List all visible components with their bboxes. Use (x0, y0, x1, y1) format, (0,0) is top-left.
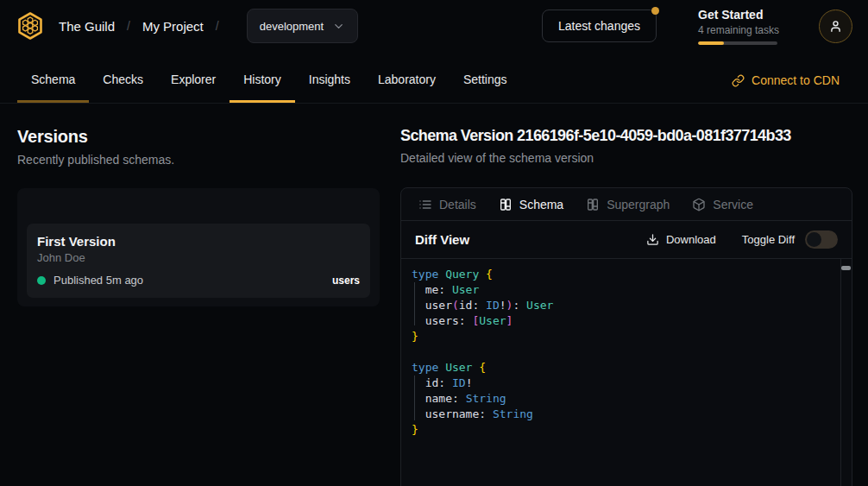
code-scrollbar[interactable] (840, 259, 852, 486)
code-line: type Query { (412, 267, 840, 282)
schema-version-subtitle: Detailed view of the schema version (400, 151, 852, 165)
version-list-item[interactable]: First Version John Doe Published 5m ago … (27, 224, 370, 298)
get-started-subtitle: 4 remaining tasks (698, 24, 777, 36)
version-status: Published 5m ago (53, 274, 143, 287)
code-line: user(id: ID!): User (412, 298, 840, 313)
latest-changes-label: Latest changes (558, 19, 640, 33)
nav-tab-schema[interactable]: Schema (17, 52, 89, 103)
diff-view-toolbar: Diff View Download Toggle Diff (401, 221, 852, 259)
box-icon (692, 198, 706, 211)
nav-tab-history[interactable]: History (230, 52, 295, 103)
code-line: } (412, 329, 840, 344)
user-avatar[interactable] (819, 9, 852, 43)
download-icon (646, 233, 659, 246)
versions-title: Versions (17, 127, 380, 147)
breadcrumb: The Guild / My Project / (59, 19, 231, 34)
version-tab-details[interactable]: Details (418, 198, 476, 211)
toggle-diff-label: Toggle Diff (742, 233, 795, 246)
connect-to-cdn-link[interactable]: Connect to CDN (732, 52, 840, 103)
link-icon (732, 74, 745, 87)
environment-selector-value: development (260, 20, 324, 33)
user-icon (828, 19, 843, 34)
code-scrollbar-thumb[interactable] (841, 266, 851, 270)
code-line: name: String (412, 391, 840, 407)
schema-code-viewer[interactable]: type Query { me: User user(id: ID!): Use… (401, 259, 852, 486)
breadcrumb-org[interactable]: The Guild (59, 19, 115, 34)
version-tab-schema[interactable]: Schema (499, 198, 563, 211)
breadcrumb-project[interactable]: My Project (142, 19, 204, 34)
guild-logo-icon[interactable] (16, 11, 45, 41)
code-line: type User { (412, 360, 840, 376)
diff-view-title: Diff View (415, 232, 469, 247)
get-started-widget[interactable]: Get Started 4 remaining tasks (698, 8, 777, 45)
schema-version-tabs: DetailsSchemaSupergraphService (401, 188, 852, 221)
schema-version-card: DetailsSchemaSupergraphService Diff View… (400, 187, 852, 486)
notification-dot (651, 7, 659, 15)
versions-subtitle: Recently published schemas. (17, 153, 380, 167)
nav-tab-explorer[interactable]: Explorer (157, 52, 230, 103)
columns-icon (499, 198, 513, 211)
get-started-title: Get Started (698, 8, 777, 22)
schema-version-panel: Schema Version 2166196f-5e10-4059-bd0a-0… (400, 127, 852, 486)
nav-tab-settings[interactable]: Settings (450, 52, 521, 103)
download-button[interactable]: Download (646, 233, 716, 246)
nav-tab-laboratory[interactable]: Laboratory (364, 52, 450, 103)
code-line (412, 344, 840, 360)
versions-list-card: First Version John Doe Published 5m ago … (17, 188, 380, 306)
indent-guide (414, 282, 415, 325)
published-status-dot (37, 276, 46, 285)
nav-tab-insights[interactable]: Insights (295, 52, 364, 103)
breadcrumb-separator: / (127, 19, 130, 33)
chevron-down-icon (332, 20, 345, 33)
code-line: id: ID! (412, 376, 840, 391)
version-tab-supergraph[interactable]: Supergraph (586, 198, 670, 211)
code-line: username: String (412, 407, 840, 422)
breadcrumb-separator: / (216, 19, 219, 33)
list-icon (418, 198, 432, 211)
version-tab-service[interactable]: Service (692, 198, 753, 211)
project-nav: SchemaChecksExplorerHistoryInsightsLabor… (0, 52, 868, 104)
environment-selector[interactable]: development (247, 9, 358, 43)
columns-icon (586, 198, 600, 211)
code-line: me: User (412, 282, 840, 298)
versions-panel: Versions Recently published schemas. Fir… (17, 127, 380, 486)
version-service-badge: users (332, 275, 360, 287)
schema-version-title: Schema Version 2166196f-5e10-4059-bd0a-0… (400, 127, 852, 145)
connect-to-cdn-label: Connect to CDN (752, 73, 840, 87)
version-author: John Doe (37, 251, 360, 264)
get-started-progress (698, 41, 777, 45)
code-line: } (412, 422, 840, 438)
header: The Guild / My Project / development Lat… (0, 0, 868, 52)
indent-guide (414, 376, 415, 420)
code-line: users: [User] (412, 313, 840, 329)
toggle-diff-switch[interactable] (805, 230, 838, 249)
download-label: Download (666, 233, 716, 246)
switch-knob (807, 232, 821, 247)
latest-changes-button[interactable]: Latest changes (542, 9, 657, 42)
version-name: First Version (37, 234, 360, 249)
nav-tab-checks[interactable]: Checks (89, 52, 157, 103)
main-content: Versions Recently published schemas. Fir… (0, 104, 868, 486)
app-root: The Guild / My Project / development Lat… (0, 0, 868, 486)
